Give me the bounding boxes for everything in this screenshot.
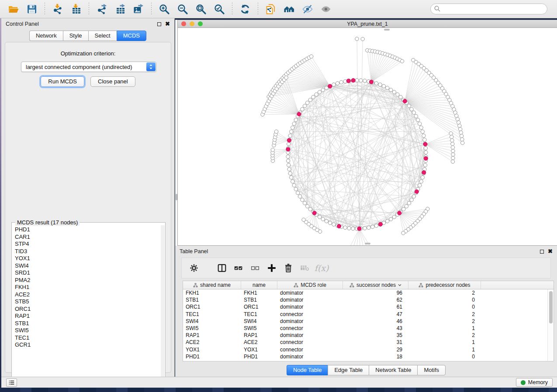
mcds-result-item[interactable]: STP4 bbox=[12, 241, 161, 248]
close-panel-button[interactable]: Close panel bbox=[90, 76, 135, 87]
import-network-icon[interactable] bbox=[50, 3, 65, 16]
delete-column-icon[interactable] bbox=[281, 261, 295, 275]
table-cell: FKH1 bbox=[241, 289, 277, 296]
table-cell: 43 bbox=[343, 325, 408, 332]
mcds-result-item[interactable]: TEC1 bbox=[12, 334, 161, 342]
mcds-result-item[interactable]: ACE2 bbox=[12, 291, 161, 299]
mcds-result-item[interactable]: FKH1 bbox=[12, 284, 161, 291]
network-view-window: YPA_prune.txt_1 bbox=[177, 20, 557, 246]
mcds-result-item[interactable]: GCR1 bbox=[12, 341, 161, 349]
table-row[interactable]: SWI4SWI4dominator462 bbox=[183, 318, 547, 325]
float-table-panel-icon[interactable] bbox=[540, 250, 544, 254]
mcds-list-scrollbar[interactable] bbox=[161, 225, 165, 384]
close-panel-icon[interactable]: ✖ bbox=[165, 22, 170, 26]
table-row[interactable]: FKH1FKH1dominator962 bbox=[183, 289, 547, 296]
table-row[interactable]: YOX1YOX1connector291 bbox=[183, 346, 547, 353]
mcds-result-item[interactable]: PMA2 bbox=[12, 277, 161, 284]
table-row[interactable]: TEC1TEC1connector472 bbox=[183, 311, 547, 318]
mcds-result-item[interactable]: RAP1 bbox=[12, 313, 161, 320]
table-row[interactable]: RAP1RAP1dominator352 bbox=[183, 332, 547, 339]
mcds-result-item[interactable]: PHD1 bbox=[12, 226, 161, 234]
run-mcds-button[interactable]: Run MCDS bbox=[41, 76, 84, 87]
clone-network-icon[interactable] bbox=[263, 3, 278, 16]
tab-select[interactable]: Select bbox=[88, 31, 117, 41]
table-row[interactable]: STB1STB1dominator620 bbox=[183, 296, 547, 303]
export-table-icon[interactable] bbox=[113, 3, 128, 16]
zoom-fit-icon[interactable] bbox=[194, 3, 208, 16]
tab-node-table[interactable]: Node Table bbox=[287, 365, 328, 375]
zoom-out-icon[interactable] bbox=[175, 3, 190, 16]
function-builder-icon: f(x) bbox=[315, 261, 329, 275]
mcds-result-item[interactable]: SRD1 bbox=[12, 269, 161, 277]
tab-network-table[interactable]: Network Table bbox=[369, 365, 417, 375]
zoom-in-icon[interactable] bbox=[157, 3, 172, 16]
table-cell: RAP1 bbox=[183, 332, 241, 339]
mcds-result-list: PHD1CAR1STP4TID3YOX1SWI4SRD1PMA2FKH1ACE2… bbox=[12, 226, 161, 384]
settings-icon[interactable] bbox=[187, 261, 201, 275]
table-cell: SWI5 bbox=[241, 325, 277, 332]
network-vscroll-thumb[interactable] bbox=[176, 194, 177, 200]
deselect-all-icon[interactable] bbox=[248, 261, 262, 275]
table-row[interactable]: ORC1ORC1dominator610 bbox=[183, 303, 547, 310]
tab-edge-table[interactable]: Edge Table bbox=[328, 365, 369, 375]
toolbar-separator bbox=[151, 3, 152, 16]
close-table-panel-icon[interactable]: ✖ bbox=[548, 249, 553, 254]
network-canvas[interactable] bbox=[178, 28, 557, 245]
show-all-icon[interactable] bbox=[318, 3, 333, 16]
table-vscroll-thumb[interactable] bbox=[549, 291, 553, 323]
task-history-button[interactable] bbox=[6, 378, 17, 387]
toolbar-separator bbox=[45, 3, 45, 16]
table-vertical-scrollbar[interactable] bbox=[547, 289, 554, 361]
network-window-titlebar[interactable]: YPA_prune.txt_1 bbox=[178, 20, 557, 28]
network-window-title: YPA_prune.txt_1 bbox=[178, 21, 557, 27]
add-column-icon[interactable] bbox=[265, 261, 279, 275]
refresh-view-icon[interactable] bbox=[238, 3, 253, 16]
hide-selected-icon[interactable] bbox=[300, 3, 315, 16]
toolbar-separator bbox=[258, 3, 258, 16]
table-row[interactable]: PHD1PHD1dominator180 bbox=[183, 353, 547, 360]
memory-button[interactable]: Memory bbox=[516, 378, 553, 387]
mcds-result-item[interactable]: ORC1 bbox=[12, 306, 161, 313]
mcds-result-item[interactable]: STB5 bbox=[12, 298, 161, 306]
zoom-selected-icon[interactable] bbox=[212, 3, 227, 16]
mcds-panel: Optimization criterion: largest connecte… bbox=[5, 42, 171, 373]
import-table-icon[interactable] bbox=[69, 3, 83, 16]
split-panel-icon[interactable] bbox=[215, 261, 229, 275]
float-panel-icon[interactable] bbox=[157, 22, 161, 26]
save-session-icon[interactable] bbox=[24, 3, 39, 16]
tab-mcds[interactable]: MCDS bbox=[117, 31, 146, 41]
tab-motifs[interactable]: Motifs bbox=[417, 365, 446, 375]
tab-network[interactable]: Network bbox=[29, 31, 63, 41]
table-row[interactable]: ACE2ACE2connector311 bbox=[183, 339, 547, 346]
column-header-MCDS-role[interactable]: MCDS role bbox=[277, 281, 343, 289]
network-graph[interactable] bbox=[178, 28, 557, 245]
column-header-predecessor-nodes[interactable]: predecessor nodes bbox=[408, 281, 481, 289]
mcds-result-item[interactable]: SWI4 bbox=[12, 262, 161, 270]
control-panel-title: Control Panel bbox=[6, 21, 39, 27]
table-row[interactable]: SWI5SWI5connector431 bbox=[183, 325, 547, 332]
table-cell: PHD1 bbox=[183, 353, 241, 360]
column-header-successor-nodes[interactable]: successor nodes bbox=[343, 281, 408, 289]
dropdown-stepper-icon bbox=[146, 62, 156, 71]
tab-style[interactable]: Style bbox=[63, 31, 88, 41]
first-neighbors-icon[interactable] bbox=[282, 3, 297, 16]
column-header-name[interactable]: name bbox=[241, 281, 277, 289]
table-cell: connector bbox=[277, 311, 343, 318]
export-image-icon[interactable] bbox=[131, 3, 146, 16]
mcds-result-item[interactable]: STB1 bbox=[12, 320, 161, 327]
network-hscroll-thumb-top[interactable] bbox=[384, 29, 390, 31]
mcds-result-item[interactable]: TID3 bbox=[12, 248, 161, 255]
column-header-shared-name[interactable]: shared name bbox=[183, 281, 241, 289]
mcds-result-item[interactable]: SWI5 bbox=[12, 327, 161, 334]
criterion-value: largest connected component (undirected) bbox=[26, 64, 132, 70]
memory-label: Memory bbox=[528, 379, 548, 385]
export-network-icon[interactable] bbox=[94, 3, 109, 16]
select-all-icon[interactable] bbox=[232, 261, 246, 275]
open-file-icon[interactable] bbox=[6, 3, 21, 16]
criterion-dropdown[interactable]: largest connected component (undirected) bbox=[21, 62, 156, 72]
table-cell: SWI4 bbox=[183, 318, 241, 325]
network-hscroll-thumb-bottom[interactable] bbox=[365, 243, 370, 244]
mcds-result-item[interactable]: YOX1 bbox=[12, 255, 161, 262]
search-input[interactable] bbox=[430, 3, 547, 14]
mcds-result-item[interactable]: CAR1 bbox=[12, 234, 161, 241]
